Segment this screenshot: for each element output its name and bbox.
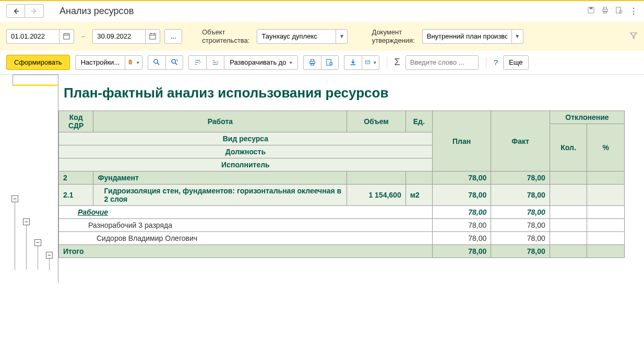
more-button[interactable]: Еще (503, 55, 528, 70)
clipboard-icon (128, 58, 134, 66)
sum-icon[interactable]: Σ (395, 57, 400, 68)
send-button[interactable]: ▾ (362, 55, 379, 70)
dropdown-icon[interactable]: ▼ (336, 29, 347, 44)
table-row-total[interactable]: Итого 78,00 78,00 (59, 245, 625, 258)
find-button[interactable] (148, 55, 165, 70)
titlebar: Анализ ресурсов ⋮ (0, 0, 644, 22)
download-icon (349, 58, 357, 66)
col-fact: Факт (491, 111, 550, 172)
table-row[interactable]: Рабочие 78,00 78,00 (59, 206, 625, 219)
collapse-button[interactable] (188, 55, 206, 70)
report-title: План-фактный анализ использования ресурс… (58, 75, 638, 111)
svg-rect-3 (604, 7, 607, 9)
svg-rect-11 (150, 34, 156, 39)
expand-button[interactable] (206, 55, 224, 70)
page-title: Анализ ресурсов (59, 6, 587, 17)
page-search-icon (326, 58, 333, 66)
tree-node-collapse[interactable]: − (23, 218, 30, 225)
arrow-right-icon (30, 7, 38, 15)
print-button[interactable] (303, 55, 321, 70)
table-row[interactable]: 2.1 Гидроизоляция стен, фундаментов: гор… (59, 185, 625, 206)
tree-node-collapse[interactable]: − (34, 239, 41, 246)
search-group (148, 55, 183, 70)
export-group: ▾ (344, 55, 379, 70)
col-code: Код СДР (59, 111, 93, 132)
doc-field[interactable] (423, 30, 511, 42)
settings-group: Настройки... ▾ (75, 55, 143, 70)
tree-node-collapse[interactable]: − (11, 195, 18, 202)
report-area: − − − − План-фактный анализ использовани… (0, 75, 644, 283)
help-icon[interactable]: ? (494, 58, 498, 67)
back-button[interactable] (6, 4, 25, 18)
expand-icon (211, 58, 219, 66)
hdr-resource-type: Вид ресурса (59, 132, 433, 145)
tree-tab (13, 75, 58, 86)
hdr-position: Должность (59, 145, 433, 158)
arrow-left-icon (12, 7, 20, 15)
title-actions: ⋮ (587, 6, 638, 16)
separator (486, 57, 486, 68)
date-to-field[interactable] (93, 30, 145, 42)
col-volume: Объем (347, 111, 406, 132)
doc-combo[interactable]: ▼ (422, 29, 523, 44)
col-unit: Ед. (406, 111, 432, 132)
collapse-icon (194, 58, 201, 66)
toolbar: Сформировать Настройки... ▾ Разворачиват… (0, 51, 644, 75)
date-dash: – (81, 32, 85, 40)
calendar-icon[interactable] (145, 29, 160, 44)
period-picker-button[interactable]: ... (164, 29, 182, 44)
svg-rect-15 (129, 60, 132, 64)
svg-rect-1 (590, 7, 593, 9)
doc-label: Документ утверждения: (372, 28, 414, 44)
toolbar-search-input[interactable] (406, 55, 479, 70)
svg-rect-7 (64, 34, 69, 39)
expand-to-button[interactable]: Разворачивать до▾ (224, 55, 297, 70)
find-next-button[interactable] (165, 55, 183, 70)
mail-icon (365, 58, 371, 66)
col-plan: План (432, 111, 491, 172)
printer-icon (308, 58, 316, 66)
table-row[interactable]: Разнорабочий 3 разряда 78,00 78,00 (59, 219, 625, 232)
forward-button[interactable] (25, 4, 44, 18)
col-qty: Кол. (550, 124, 587, 172)
calendar-icon[interactable] (59, 29, 74, 44)
svg-line-20 (175, 63, 177, 65)
report-table: Код СДР Работа Объем Ед. План Факт Откло… (58, 111, 625, 258)
print-icon[interactable] (601, 6, 609, 16)
date-to-input[interactable] (92, 29, 160, 44)
table-row[interactable]: 2 Фундамент 78,00 78,00 (59, 172, 625, 185)
form-button[interactable]: Сформировать (6, 55, 70, 70)
object-field[interactable] (257, 30, 336, 42)
save-report-button[interactable] (344, 55, 362, 70)
filter-icon[interactable] (629, 31, 638, 42)
search-next-icon (171, 58, 178, 66)
col-work: Работа (93, 111, 347, 132)
svg-point-17 (154, 59, 158, 64)
hdr-executor: Исполнитель (59, 158, 433, 172)
settings-variants-button[interactable]: ▾ (125, 55, 142, 70)
date-from-field[interactable] (7, 30, 59, 42)
nav-buttons (6, 4, 44, 18)
more-menu-icon[interactable]: ⋮ (629, 6, 638, 16)
date-from-input[interactable] (6, 29, 74, 44)
table-row[interactable]: Сидоров Владимир Олегович 78,00 78,00 (59, 232, 625, 245)
svg-line-18 (158, 63, 160, 65)
print-preview-button[interactable] (321, 55, 339, 70)
preview-icon[interactable] (615, 6, 623, 16)
svg-point-19 (172, 59, 176, 64)
print-group (303, 55, 339, 70)
dropdown-icon[interactable]: ▼ (511, 29, 523, 44)
save-icon[interactable] (587, 6, 595, 16)
report-content: План-фактный анализ использования ресурс… (58, 75, 638, 283)
object-combo[interactable]: ▼ (257, 29, 348, 44)
tree-node-collapse[interactable]: − (46, 252, 53, 259)
filter-bar: – ... Объект строительства: ▼ Документ у… (0, 22, 644, 51)
search-icon (153, 58, 161, 66)
expand-group: Разворачивать до▾ (188, 55, 297, 70)
object-label: Объект строительства: (202, 28, 249, 44)
settings-button[interactable]: Настройки... (75, 55, 125, 70)
svg-rect-28 (311, 59, 314, 62)
col-pct: % (587, 124, 625, 172)
col-deviation: Отклонение (550, 111, 624, 124)
tree-gutter: − − − − (6, 75, 58, 283)
